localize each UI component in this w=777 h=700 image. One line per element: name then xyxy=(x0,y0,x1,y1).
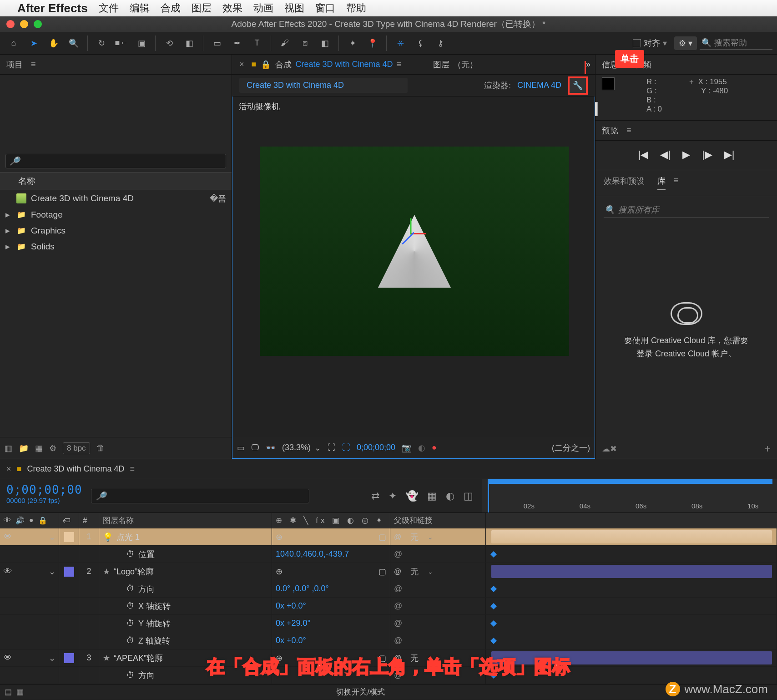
mask-toggle-icon[interactable]: 👓 xyxy=(266,443,276,453)
property-value[interactable]: 0x +0.0° xyxy=(276,636,306,645)
project-item-folder[interactable]: ▸ 📁 Footage xyxy=(0,207,232,223)
libraries-search-input[interactable]: 🔍 搜索所有库 xyxy=(604,203,769,218)
layer-bar[interactable] xyxy=(491,651,772,664)
play-button[interactable]: ▶ xyxy=(682,149,690,161)
timeline-property-row[interactable]: ⏱Z 轴旋转0x +0.0°@ xyxy=(0,632,777,649)
magnification-icon[interactable]: ▭ xyxy=(237,443,245,453)
timeline-property-row[interactable]: ⏱方向@ xyxy=(0,667,777,684)
snapping-caret-icon[interactable]: ▾ xyxy=(663,38,667,48)
project-item-comp[interactable]: Create 3D with Cinema 4D �품 xyxy=(0,190,232,207)
timeline-layer-row[interactable]: 👁⌄3★“APEAK”轮廓⊕▢@无⌄ xyxy=(0,649,777,667)
type-tool[interactable]: T xyxy=(248,34,266,52)
parent-dropdown[interactable]: @无⌄ xyxy=(394,653,433,664)
property-track[interactable] xyxy=(486,546,777,563)
project-item-folder[interactable]: ▸ 📁 Graphics xyxy=(0,223,232,238)
menu-animation[interactable]: 动画 xyxy=(253,1,273,15)
layer-bar[interactable] xyxy=(491,565,772,578)
pickwhip-icon[interactable]: @ xyxy=(394,584,402,593)
layer-track[interactable] xyxy=(486,528,777,545)
brush-tool[interactable]: 🖌 xyxy=(276,34,294,52)
collapse-switch[interactable]: ▢ xyxy=(378,653,386,663)
libraries-tab[interactable]: 库 xyxy=(657,176,666,190)
channel-icon[interactable]: ◐ xyxy=(418,443,425,453)
stopwatch-icon[interactable]: ⏱ xyxy=(126,584,135,593)
menu-view[interactable]: 视图 xyxy=(284,1,304,15)
renderer-value[interactable]: CINEMA 4D xyxy=(517,81,561,90)
stopwatch-icon[interactable]: ⏱ xyxy=(126,601,135,611)
work-area-bar[interactable] xyxy=(488,479,772,484)
stopwatch-icon[interactable]: ⏱ xyxy=(126,636,135,645)
project-column-name-header[interactable]: 名称 xyxy=(0,172,232,190)
project-search-input[interactable]: 🔎 xyxy=(5,154,226,168)
solo-header-icon[interactable]: ● xyxy=(29,516,34,525)
selection-tool[interactable]: ➤ xyxy=(25,34,43,52)
pickwhip-icon[interactable]: @ xyxy=(394,533,401,541)
pickwhip-icon[interactable]: @ xyxy=(394,619,402,628)
pickwhip-icon[interactable]: @ xyxy=(394,568,401,576)
new-comp-icon[interactable]: ▦ xyxy=(35,443,43,453)
toggle-modes-icon[interactable]: ▦ xyxy=(16,687,24,697)
footer-timecode[interactable]: 0;00;00;00 xyxy=(357,443,395,452)
color-depth-button[interactable]: 8 bpc xyxy=(63,442,90,454)
video-toggle[interactable]: 👁 xyxy=(4,532,12,542)
parent-dropdown[interactable]: @无⌄ xyxy=(394,532,433,543)
parent-link-header[interactable]: 父级和链接 xyxy=(390,513,486,528)
disclosure-icon[interactable]: ▸ xyxy=(5,225,12,236)
view-axis-mode[interactable]: ⚷ xyxy=(431,34,449,52)
property-track[interactable] xyxy=(486,615,777,632)
first-frame-button[interactable]: |◀ xyxy=(638,149,649,161)
menu-effect[interactable]: 效果 xyxy=(222,1,242,15)
toggle-switches-icon[interactable]: ▤ xyxy=(5,687,12,697)
toggle-switches-modes-label[interactable]: 切换开关/模式 xyxy=(59,687,390,697)
pen-tool[interactable]: ✒ xyxy=(228,34,246,52)
disclosure-icon[interactable]: ⌄ xyxy=(49,532,55,542)
property-track[interactable] xyxy=(486,580,777,597)
pickwhip-icon[interactable]: @ xyxy=(394,549,402,559)
stopwatch-icon[interactable]: ⏱ xyxy=(126,619,135,628)
color-management-icon[interactable]: ● xyxy=(432,443,437,452)
preview-tab[interactable]: 预览 xyxy=(602,123,618,138)
interpret-footage-icon[interactable]: ▥ xyxy=(5,443,12,453)
draft3d-icon[interactable]: ✦ xyxy=(388,490,397,502)
lock-header-icon[interactable]: 🔒 xyxy=(38,516,47,525)
frame-blend-icon[interactable]: ▦ xyxy=(427,490,437,502)
shy-switch[interactable]: ⊕ xyxy=(276,653,283,663)
puppet-pin-tool[interactable]: 📍 xyxy=(363,34,382,52)
property-name-cell[interactable]: ⏱位置 xyxy=(99,546,272,563)
property-value[interactable]: 0x +0.0° xyxy=(276,601,306,611)
renderer-options-button[interactable]: 🔧 xyxy=(568,76,588,95)
layer-bar[interactable] xyxy=(491,530,772,543)
local-axis-mode[interactable]: ⚹ xyxy=(391,34,409,52)
menu-composition[interactable]: 合成 xyxy=(161,1,181,15)
project-panel-menu-icon[interactable]: ≡ xyxy=(31,60,36,69)
keyframe-icon[interactable] xyxy=(490,551,497,558)
video-toggle[interactable]: 👁 xyxy=(4,653,12,663)
default-workspace-button[interactable]: ⚙ ▾ xyxy=(674,36,697,50)
resolution-dropdown[interactable]: (二分之一) xyxy=(552,442,590,453)
overflow-icon[interactable]: » xyxy=(586,60,590,69)
track-camera-tool[interactable]: ■← xyxy=(112,34,131,52)
menu-layer[interactable]: 图层 xyxy=(192,1,212,15)
project-tab[interactable]: 项目 xyxy=(6,57,23,72)
cloud-sync-icon[interactable]: ☁✖ xyxy=(602,444,617,454)
menu-file[interactable]: 文件 xyxy=(99,1,119,15)
property-name-cell[interactable]: ⏱方向 xyxy=(99,580,272,597)
layer-name-cell[interactable]: ★“Logo”轮廓 xyxy=(99,563,272,580)
close-tab-icon[interactable]: × xyxy=(237,60,247,69)
orbit-camera-tool[interactable]: ↻ xyxy=(92,34,111,52)
keyframe-icon[interactable] xyxy=(490,603,497,609)
timeline-property-row[interactable]: ⏱方向0.0° ,0.0° ,0.0°@ xyxy=(0,580,777,598)
keyframe-icon[interactable] xyxy=(490,638,497,644)
panel-menu-icon[interactable]: ≡ xyxy=(130,464,135,474)
rotate-tool[interactable]: ⟲ xyxy=(160,34,178,52)
video-toggle[interactable]: 👁 xyxy=(4,567,12,576)
index-header[interactable]: # xyxy=(79,513,99,528)
menu-help[interactable]: 帮助 xyxy=(346,1,366,15)
pickwhip-icon[interactable]: @ xyxy=(394,601,402,611)
last-frame-button[interactable]: ▶| xyxy=(724,149,735,161)
timeline-search-input[interactable]: 🔎 xyxy=(91,489,309,503)
hand-tool[interactable]: ✋ xyxy=(45,34,63,52)
zoom-tool[interactable]: 🔍 xyxy=(65,34,83,52)
keyframe-icon[interactable] xyxy=(490,672,497,679)
collapse-switch[interactable]: ▢ xyxy=(378,567,386,577)
